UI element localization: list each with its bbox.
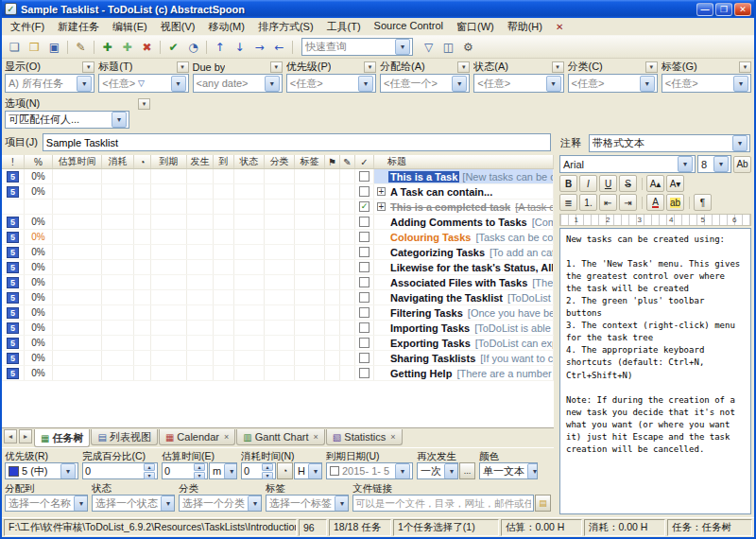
task-row[interactable]: 5 0% [2,321,554,336]
toolbar-button[interactable] [289,38,296,57]
new-tasklist-icon[interactable]: ❏ [5,38,25,57]
italic-icon[interactable]: I [579,175,597,192]
menu-item[interactable]: 帮助(H) [501,19,549,35]
assign-combo[interactable]: 选择一个名称 [5,495,88,512]
task-checkbox[interactable] [359,247,369,257]
comments-editor[interactable]: New tasks can be created using: 1. The '… [559,228,751,514]
due-date-picker[interactable]: 2015- 1- 5 [326,462,413,479]
expand-icon[interactable] [377,308,386,317]
bold-icon[interactable]: B [559,175,577,192]
format-button[interactable] [639,175,644,192]
filter-funnel-icon[interactable]: ▽ [138,78,145,88]
task-checkbox[interactable] [359,368,369,378]
filelink-input[interactable] [352,495,534,512]
filter-combo[interactable]: <任意> [473,74,563,93]
outdent-icon[interactable]: ⇤ [599,194,617,211]
font-color-icon[interactable]: A [646,194,664,211]
task-checkbox[interactable] [359,307,369,318]
tab-close-icon[interactable]: × [390,432,395,442]
column-header[interactable]: 到 [214,155,234,168]
time-track-icon[interactable]: ◔ [277,462,293,479]
underline-icon[interactable]: U [599,175,617,192]
menu-item[interactable]: 新建任务 [51,19,106,35]
menu-item[interactable]: 工具(T) [320,19,368,35]
time-tracking-icon[interactable]: ◔ [183,38,203,57]
filter-options-button[interactable] [739,61,751,73]
filter-icon[interactable]: ▽ [419,38,438,57]
numbered-list-icon[interactable]: 1. [579,194,597,211]
toolbar-button[interactable] [64,38,71,57]
indent-task-icon[interactable]: → [249,38,269,57]
spinner-buttons[interactable] [194,463,205,479]
task-checkbox[interactable] [359,277,369,287]
task-checkbox[interactable]: ✓ [359,201,369,212]
task-row[interactable]: 5 0% [2,169,554,184]
task-checkbox[interactable] [359,353,369,363]
font-size-combo[interactable]: 8 [697,155,731,173]
mdi-close-icon[interactable]: ✕ [551,22,568,32]
filter-combo[interactable]: <any date> [193,74,283,93]
filter-options-button[interactable] [457,61,470,73]
bullet-list-icon[interactable]: ≣ [559,194,577,211]
filter-options-button[interactable] [552,61,564,73]
filter-options-button[interactable] [82,61,94,73]
shrink-font-icon[interactable]: A▾ [666,175,684,192]
column-header[interactable]: ✓ [355,155,374,168]
menu-item[interactable]: 视图(V) [154,19,202,35]
filter-combo[interactable]: <任意一个> [380,74,470,93]
toolbar-button[interactable] [157,38,163,57]
recurrence-more-button[interactable]: ... [459,462,475,479]
expand-icon[interactable] [377,217,386,226]
due-date-checkbox[interactable] [330,466,339,476]
new-task-icon[interactable]: ✚ [97,38,117,57]
filter-options-button[interactable] [645,61,658,73]
task-checkbox[interactable] [359,186,369,197]
column-header[interactable]: 消耗 [102,155,134,168]
open-tasklist-icon[interactable]: ❒ [25,38,44,57]
new-subtask-icon[interactable]: ✚ [117,38,137,57]
spent-spinner[interactable]: 0 [241,462,276,479]
task-row[interactable]: 5 0% [2,366,554,381]
spinner-buttons[interactable] [262,463,273,479]
filter-options-button[interactable] [364,61,376,73]
view-tab[interactable]: ▦ 任务树 [34,429,90,447]
outdent-task-icon[interactable]: ← [269,38,289,57]
estimate-unit-combo[interactable]: m [209,462,237,479]
color-combo[interactable]: 单一文本 [479,462,538,479]
task-checkbox[interactable] [359,232,369,242]
category-combo[interactable]: 选择一个分类 [179,495,262,512]
task-row[interactable]: 5 0% [2,215,554,230]
move-task-down-icon[interactable]: ↓ [230,38,249,57]
menu-item[interactable]: 文件(F) [4,19,51,35]
paragraph-marks-icon[interactable]: ¶ [694,194,712,211]
task-checkbox[interactable] [359,292,369,303]
task-row[interactable]: 5 0% [2,336,554,351]
task-row[interactable]: 5 0% [2,184,554,200]
save-tasklist-icon[interactable]: ▣ [44,38,64,57]
recurrence-combo[interactable]: 一次 [417,462,458,479]
maximize-button[interactable]: ❐ [715,3,732,16]
format-button[interactable] [639,194,644,211]
priority-combo[interactable]: 5 (中) [5,462,78,479]
toolbar-button[interactable] [91,38,97,57]
filter-options-button[interactable] [270,61,283,73]
toolbar-button[interactable] [203,38,210,57]
project-title-input[interactable] [43,133,551,151]
column-header[interactable]: 估算时间 [53,155,102,168]
task-row[interactable]: 5 0% [2,230,554,245]
preferences-icon[interactable]: ⚙ [458,38,478,57]
task-checkbox[interactable] [359,171,369,182]
expand-icon[interactable] [377,339,386,347]
column-header[interactable]: 到期 [151,155,187,168]
column-header[interactable]: ◔ [134,155,151,168]
browse-folder-icon[interactable]: ▤ [535,495,551,512]
column-header[interactable]: ! [2,155,25,168]
filter-options-button[interactable] [177,61,189,73]
filter-combo[interactable]: <任意> [568,74,658,93]
task-row[interactable]: ✓ + This is a completed task [A task can… [2,200,554,215]
expand-icon[interactable] [377,172,386,181]
task-checkbox[interactable] [359,262,369,272]
spinner-buttons[interactable] [144,463,155,479]
column-header[interactable]: 标签 [295,155,325,168]
estimate-spinner[interactable]: 0 [162,462,208,479]
